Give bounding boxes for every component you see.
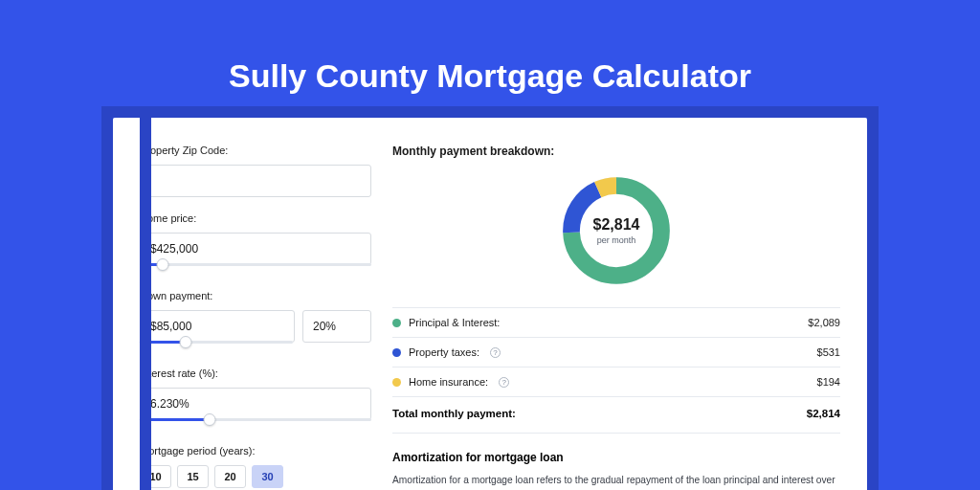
legend-label: Home insurance: bbox=[409, 376, 488, 388]
legend-row-principal: Principal & Interest: $2,089 bbox=[392, 308, 840, 337]
calculator-card: Property Zip Code: Home price: Down paym… bbox=[113, 118, 867, 490]
donut-amount: $2,814 bbox=[593, 216, 640, 234]
interest-rate-field: Interest rate (%): bbox=[140, 368, 371, 430]
zip-label: Property Zip Code: bbox=[140, 145, 371, 156]
down-payment-label: Down payment: bbox=[140, 290, 371, 301]
slider-thumb[interactable] bbox=[180, 336, 192, 348]
period-options: 10 15 20 30 bbox=[140, 465, 371, 488]
inputs-column: Property Zip Code: Home price: Down paym… bbox=[140, 145, 371, 490]
donut-center: $2,814 per month bbox=[557, 171, 676, 290]
amortization-title: Amortization for mortgage loan bbox=[392, 451, 840, 464]
slider-track bbox=[140, 263, 371, 266]
interest-rate-slider[interactable] bbox=[140, 418, 371, 430]
info-icon[interactable]: ? bbox=[499, 377, 509, 388]
slider-thumb[interactable] bbox=[157, 258, 169, 271]
legend-value: $194 bbox=[817, 376, 840, 388]
home-price-slider[interactable] bbox=[140, 263, 371, 275]
legend-row-insurance: Home insurance: ? $194 bbox=[392, 368, 840, 396]
breakdown-title: Monthly payment breakdown: bbox=[392, 145, 840, 158]
zip-input[interactable] bbox=[140, 165, 371, 197]
slider-fill bbox=[140, 418, 210, 421]
dot-icon bbox=[392, 378, 401, 387]
down-payment-slider[interactable] bbox=[140, 341, 293, 352]
zip-field: Property Zip Code: bbox=[140, 145, 371, 197]
breakdown-column: Monthly payment breakdown: $2,814 per mo… bbox=[392, 145, 840, 490]
info-icon[interactable]: ? bbox=[490, 347, 501, 358]
decor-strip-left bbox=[101, 106, 113, 490]
home-price-label: Home price: bbox=[140, 212, 371, 224]
down-payment-input[interactable] bbox=[140, 310, 295, 343]
home-price-input[interactable] bbox=[140, 233, 371, 265]
decor-strip-right bbox=[867, 106, 879, 490]
period-option-10[interactable]: 10 bbox=[140, 465, 171, 488]
dot-icon bbox=[392, 319, 401, 327]
donut-chart: $2,814 per month bbox=[557, 171, 676, 290]
interest-rate-input[interactable] bbox=[140, 388, 371, 420]
period-option-15[interactable]: 15 bbox=[177, 465, 209, 488]
amortization-text: Amortization for a mortgage loan refers … bbox=[392, 474, 840, 490]
down-payment-field: Down payment: bbox=[140, 290, 371, 352]
period-field: Mortgage period (years): 10 15 20 30 bbox=[140, 445, 371, 488]
divider bbox=[392, 433, 840, 434]
down-payment-pct-input[interactable] bbox=[302, 310, 371, 343]
total-row: Total monthly payment: $2,814 bbox=[392, 397, 840, 433]
donut-sub: per month bbox=[597, 235, 636, 245]
legend-label: Property taxes: bbox=[409, 346, 479, 358]
period-option-20[interactable]: 20 bbox=[214, 465, 246, 488]
interest-rate-label: Interest rate (%): bbox=[140, 368, 371, 379]
home-price-field: Home price: bbox=[140, 212, 371, 275]
period-label: Mortgage period (years): bbox=[140, 445, 371, 457]
donut-wrap: $2,814 per month bbox=[392, 171, 840, 290]
total-label: Total monthly payment: bbox=[392, 408, 516, 419]
period-option-30[interactable]: 30 bbox=[252, 465, 283, 488]
legend-value: $2,089 bbox=[808, 317, 840, 328]
page-title: Sully County Mortgage Calculator bbox=[0, 0, 980, 118]
total-value: $2,814 bbox=[807, 408, 840, 419]
legend-row-taxes: Property taxes: ? $531 bbox=[392, 338, 840, 367]
dot-icon bbox=[392, 348, 401, 357]
legend-label: Principal & Interest: bbox=[409, 317, 500, 328]
slider-thumb[interactable] bbox=[203, 413, 215, 426]
legend-value: $531 bbox=[817, 346, 840, 358]
